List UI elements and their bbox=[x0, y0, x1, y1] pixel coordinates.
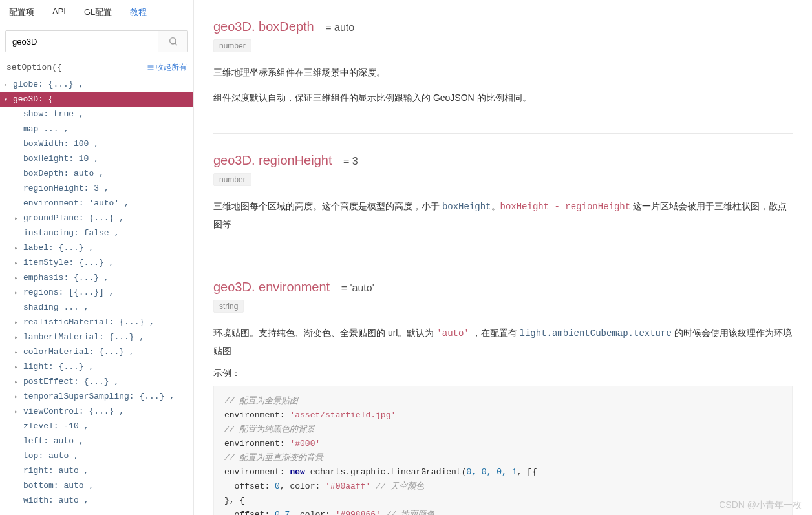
tree-item-zlevel[interactable]: zlevel: -10 , bbox=[0, 419, 193, 434]
tree-item-globe[interactable]: ▸globe: {...} , bbox=[0, 77, 193, 92]
chevron-right-icon: ▸ bbox=[14, 378, 18, 386]
tab-glconfig[interactable]: GL配置 bbox=[75, 0, 121, 25]
chevron-right-icon: ▸ bbox=[14, 274, 18, 282]
collapse-all-label: 收起所有 bbox=[156, 62, 187, 73]
tree-item-right[interactable]: right: auto , bbox=[0, 463, 193, 478]
section-regionheight: geo3D. regionHeight = 3 number 三维地图每个区域的… bbox=[213, 133, 793, 260]
tree-item-boxheight[interactable]: boxHeight: 10 , bbox=[0, 151, 193, 166]
search-icon bbox=[168, 36, 178, 47]
tree-item-itemstyle[interactable]: ▸itemStyle: {...} , bbox=[0, 255, 193, 270]
section-title: geo3D. boxDepth = auto bbox=[213, 19, 793, 34]
tree-item-label[interactable]: ▸label: {...} , bbox=[0, 240, 193, 255]
app-root: 配置项 API GL配置 教程 setOption({ 收起所有 ▸globe:… bbox=[0, 0, 812, 515]
desc-paragraph: 环境贴图。支持纯色、渐变色、全景贴图的 url。默认为 'auto' ，在配置有… bbox=[213, 324, 793, 359]
search-button[interactable] bbox=[158, 30, 188, 52]
title-default: = auto bbox=[325, 22, 354, 33]
tree-item-viewcontrol[interactable]: ▸viewControl: {...} , bbox=[0, 404, 193, 419]
tree-item-left[interactable]: left: auto , bbox=[0, 434, 193, 448]
tab-bar: 配置项 API GL配置 教程 bbox=[0, 0, 193, 25]
tab-api[interactable]: API bbox=[43, 0, 75, 25]
tree-item-show[interactable]: show: true , bbox=[0, 107, 193, 121]
chevron-right-icon: ▸ bbox=[14, 289, 18, 297]
title-prefix: geo3D. bbox=[213, 280, 259, 294]
inline-code: 'auto' bbox=[436, 328, 469, 339]
section-boxdepth: geo3D. boxDepth = auto number 三维地理坐标系组件在… bbox=[213, 0, 793, 133]
chevron-right-icon: ▸ bbox=[14, 244, 18, 252]
tree-item-realisticmaterial[interactable]: ▸realisticMaterial: {...} , bbox=[0, 315, 193, 330]
tree-item-regionheight[interactable]: regionHeight: 3 , bbox=[0, 181, 193, 196]
search-row bbox=[0, 25, 193, 58]
desc-paragraph: 三维地理坐标系组件在三维场景中的深度。 bbox=[213, 64, 793, 81]
code-link[interactable]: light.ambientCubemap.texture bbox=[520, 328, 672, 339]
tree-item-map[interactable]: map ... , bbox=[0, 121, 193, 136]
title-name: regionHeight bbox=[259, 153, 332, 167]
svg-point-0 bbox=[169, 38, 175, 44]
title-prefix: geo3D. bbox=[213, 19, 259, 34]
tree-item-shading[interactable]: shading ... , bbox=[0, 300, 193, 315]
title-default: = 'auto' bbox=[341, 282, 374, 293]
tree-item-instancing[interactable]: instancing: false , bbox=[0, 226, 193, 240]
collapse-all-link[interactable]: 收起所有 bbox=[147, 62, 187, 73]
section-title: geo3D. regionHeight = 3 bbox=[213, 153, 793, 168]
title-name: boxDepth bbox=[259, 19, 314, 34]
svg-line-1 bbox=[175, 43, 177, 45]
tab-tutorial[interactable]: 教程 bbox=[121, 0, 156, 25]
tree-item-emphasis[interactable]: ▸emphasis: {...} , bbox=[0, 270, 193, 285]
section-environment: geo3D. environment = 'auto' string 环境贴图。… bbox=[213, 260, 793, 515]
search-input[interactable] bbox=[5, 30, 158, 52]
type-badge: number bbox=[213, 173, 251, 186]
tree-item-environment[interactable]: environment: 'auto' , bbox=[0, 196, 193, 211]
type-badge: number bbox=[213, 39, 251, 52]
tree-item-lambertmaterial[interactable]: ▸lambertMaterial: {...} , bbox=[0, 330, 193, 344]
tree-item-light[interactable]: ▸light: {...} , bbox=[0, 359, 193, 374]
tab-options[interactable]: 配置项 bbox=[0, 0, 43, 25]
desc-paragraph: 组件深度默认自动，保证三维组件的显示比例跟输入的 GeoJSON 的比例相同。 bbox=[213, 89, 793, 107]
tree-item-regions[interactable]: ▸regions: [{...}] , bbox=[0, 285, 193, 300]
chevron-right-icon: ▸ bbox=[14, 348, 18, 356]
collapse-icon bbox=[147, 64, 155, 72]
tree-item-top[interactable]: top: auto , bbox=[0, 448, 193, 463]
inline-code: boxHeight - regionHeight bbox=[500, 202, 631, 212]
code-block: // 配置为全景贴图 environment: 'asset/starfield… bbox=[213, 386, 793, 515]
chevron-right-icon: ▸ bbox=[14, 363, 18, 371]
tree-item-groundplane[interactable]: ▸groundPlane: {...} , bbox=[0, 211, 193, 226]
example-label: 示例： bbox=[213, 368, 793, 379]
chevron-right-icon: ▸ bbox=[14, 319, 18, 326]
chevron-right-icon: ▸ bbox=[14, 215, 18, 222]
type-badge: string bbox=[213, 300, 244, 313]
tree-item-geo3d[interactable]: ▾geo3D: { bbox=[0, 92, 193, 107]
setoption-label: setOption({ bbox=[6, 63, 62, 72]
tree-item-colormaterial[interactable]: ▸colorMaterial: {...} , bbox=[0, 344, 193, 359]
tree-item-boxdepth[interactable]: boxDepth: auto , bbox=[0, 166, 193, 181]
tree-item-width[interactable]: width: auto , bbox=[0, 493, 193, 508]
setoption-row: setOption({ 收起所有 bbox=[0, 58, 193, 77]
chevron-right-icon: ▸ bbox=[14, 393, 18, 401]
main-content: geo3D. boxDepth = auto number 三维地理坐标系组件在… bbox=[194, 0, 812, 515]
title-name: environment bbox=[259, 280, 330, 294]
tree-item-bottom[interactable]: bottom: auto , bbox=[0, 478, 193, 493]
chevron-right-icon: ▸ bbox=[14, 259, 18, 267]
title-default: = 3 bbox=[343, 156, 358, 167]
chevron-down-icon: ▾ bbox=[4, 96, 8, 103]
sidebar: 配置项 API GL配置 教程 setOption({ 收起所有 ▸globe:… bbox=[0, 0, 194, 515]
chevron-right-icon: ▸ bbox=[14, 408, 18, 415]
tree-item-temporalsupersampling[interactable]: ▸temporalSuperSampling: {...} , bbox=[0, 389, 193, 404]
chevron-right-icon: ▸ bbox=[4, 81, 8, 89]
title-prefix: geo3D. bbox=[213, 153, 259, 167]
chevron-right-icon: ▸ bbox=[14, 333, 18, 341]
desc-paragraph: 三维地图每个区域的高度。这个高度是模型的高度，小于 boxHeight。boxH… bbox=[213, 198, 793, 233]
option-tree: ▸globe: {...} , ▾geo3D: { show: true , m… bbox=[0, 77, 193, 515]
tree-item-boxwidth[interactable]: boxWidth: 100 , bbox=[0, 136, 193, 151]
section-title: geo3D. environment = 'auto' bbox=[213, 280, 793, 295]
tree-item-posteffect[interactable]: ▸postEffect: {...} , bbox=[0, 374, 193, 389]
code-link[interactable]: boxHeight bbox=[442, 202, 491, 212]
